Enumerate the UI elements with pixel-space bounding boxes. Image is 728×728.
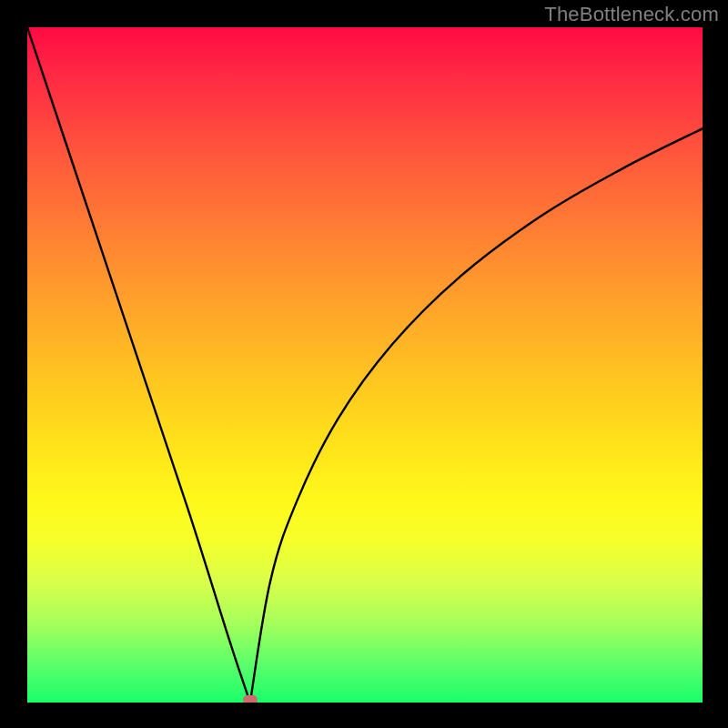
plot-area [27, 27, 703, 703]
optimal-point-marker [243, 695, 258, 703]
chart-frame: TheBottleneck.com [0, 0, 728, 728]
attribution-text: TheBottleneck.com [544, 3, 719, 26]
bottleneck-curve [27, 27, 703, 703]
curve-path [27, 27, 703, 703]
